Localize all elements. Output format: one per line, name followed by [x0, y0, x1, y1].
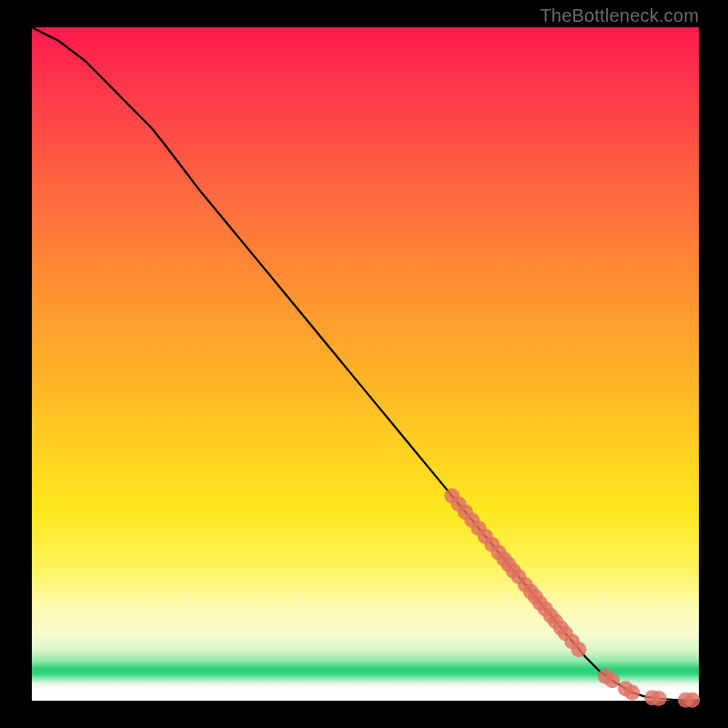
highlight-dot — [571, 642, 587, 657]
chart-svg — [32, 27, 699, 701]
bottleneck-curve — [32, 27, 699, 700]
watermark-text: TheBottleneck.com — [540, 5, 699, 26]
highlight-dot — [604, 672, 620, 688]
highlight-dots-group — [444, 489, 700, 708]
highlight-dot — [652, 691, 667, 706]
highlight-dot — [684, 693, 700, 708]
chart-frame: TheBottleneck.com — [0, 0, 728, 728]
plot-area — [32, 27, 699, 701]
highlight-dot — [624, 685, 640, 701]
